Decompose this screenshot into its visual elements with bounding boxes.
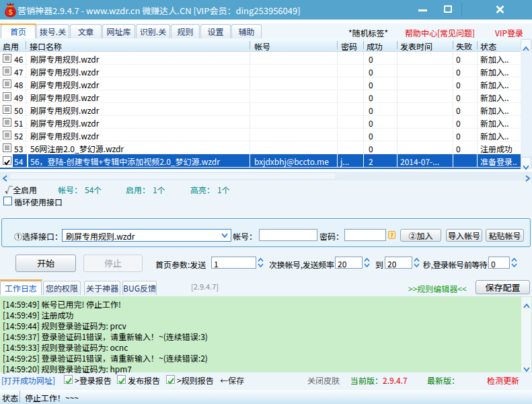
svg-text:$: $ bbox=[8, 8, 12, 16]
